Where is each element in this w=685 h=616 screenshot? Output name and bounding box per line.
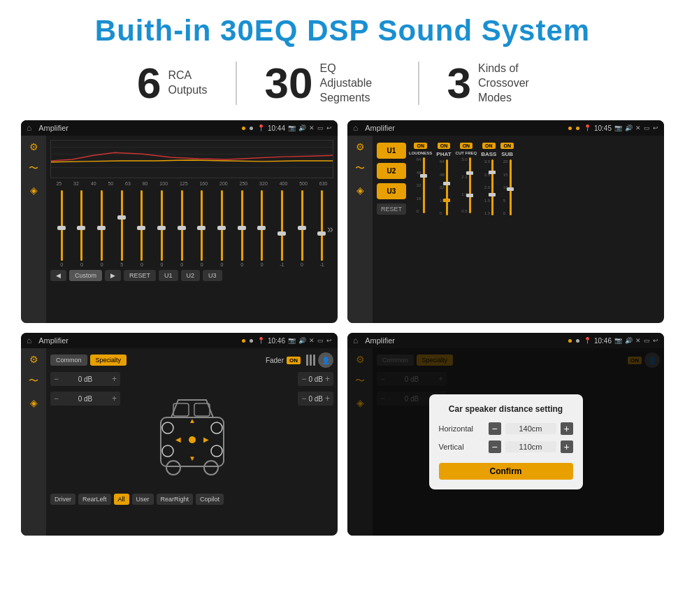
loudness-slider[interactable]: [423, 157, 425, 213]
eq-slider-12[interactable]: -1: [276, 190, 287, 267]
preset-u3-btn[interactable]: U3: [377, 183, 406, 199]
db-minus-1[interactable]: −: [54, 374, 59, 384]
eq-label-320: 320: [259, 181, 268, 186]
fader-wave-icon[interactable]: 〜: [29, 375, 38, 387]
cross-reset-btn[interactable]: RESET: [377, 203, 406, 215]
vertical-minus[interactable]: −: [489, 440, 501, 453]
cutfreq-on[interactable]: ON: [460, 143, 473, 149]
eq-u2-btn[interactable]: U2: [181, 270, 201, 281]
db-plus-4[interactable]: +: [325, 394, 330, 403]
eq-speaker-icon[interactable]: ◈: [30, 185, 38, 196]
vertical-plus[interactable]: +: [561, 440, 573, 453]
fader-dot2: [250, 339, 253, 343]
channel-cutfreq: ON CUT FREQ 3.0 2.1 1.3 0.5: [456, 143, 477, 316]
confirm-button[interactable]: Confirm: [439, 463, 573, 480]
db-plus-3[interactable]: +: [325, 374, 330, 384]
dialog-back-icon: ↩: [653, 337, 658, 345]
cutfreq-slider[interactable]: [469, 157, 471, 213]
eq-prev-btn[interactable]: ◀: [50, 270, 66, 281]
fader-speaker-icon[interactable]: ◈: [30, 397, 38, 408]
db-val-3: 0 dB: [308, 375, 323, 383]
copilot-btn[interactable]: Copilot: [196, 494, 224, 505]
bass-on[interactable]: ON: [482, 143, 496, 149]
sub-slider[interactable]: [510, 159, 512, 215]
eq-dot2: [250, 127, 253, 130]
cross-home-icon[interactable]: ⌂: [353, 123, 358, 133]
driver-btn[interactable]: Driver: [50, 494, 75, 505]
eq-slider-9[interactable]: 0: [216, 190, 227, 267]
eq-label-160: 160: [199, 181, 208, 186]
eq-screen: ⌂ Amplifier 📍 10:44 📷 🔊 ✕ ▭ ↩ ⚙ 〜: [21, 120, 338, 323]
fader-home-icon[interactable]: ⌂: [27, 336, 31, 345]
sub-on[interactable]: ON: [500, 143, 514, 149]
phat-on[interactable]: ON: [438, 143, 451, 149]
svg-text:◀: ◀: [175, 436, 181, 443]
crossover-status-bar: ⌂ Amplifier 📍 10:45 📷 🔊 ✕ ▭ ↩: [347, 120, 664, 136]
phat-slider[interactable]: [446, 159, 448, 215]
cross-speaker-icon[interactable]: ◈: [356, 185, 364, 196]
eq-slider-1[interactable]: 0: [56, 190, 67, 267]
fader-main: Common Specialty Fader ON 👤: [46, 348, 338, 536]
db-plus-1[interactable]: +: [112, 374, 117, 384]
crossover-layout: U1 U2 U3 RESET ON LOUDNESS: [377, 140, 660, 319]
svg-text:▲: ▲: [189, 417, 196, 424]
fader-camera-icon: 📷: [288, 337, 296, 345]
eq-slider-11[interactable]: 0: [257, 190, 268, 267]
dialog-time: 10:46: [594, 337, 612, 345]
bass-slider[interactable]: [491, 159, 493, 215]
eq-play-btn[interactable]: ▶: [105, 270, 121, 281]
fader-on-badge[interactable]: ON: [287, 357, 301, 364]
eq-slider-3[interactable]: 0: [96, 190, 108, 267]
horizontal-minus[interactable]: −: [489, 422, 501, 435]
preset-u1-btn[interactable]: U1: [377, 143, 406, 159]
rearright-btn[interactable]: RearRight: [157, 494, 194, 505]
page-wrapper: Buith-in 30EQ DSP Sound System 6 RCAOutp…: [0, 0, 685, 550]
cross-location-icon: 📍: [584, 124, 591, 132]
eq-arrows[interactable]: »: [327, 223, 333, 236]
specialty-btn[interactable]: Specialty: [90, 354, 127, 366]
eq-reset-btn[interactable]: RESET: [124, 270, 156, 281]
eq-status-icons: 📍 10:44 📷 🔊 ✕ ▭ ↩: [257, 124, 332, 132]
db-minus-3[interactable]: −: [301, 374, 306, 384]
eq-wave-icon[interactable]: 〜: [29, 162, 38, 175]
eq-custom-btn[interactable]: Custom: [69, 270, 102, 281]
cross-back-icon: ↩: [653, 124, 658, 132]
rearleft-btn[interactable]: RearLeft: [78, 494, 111, 505]
fader-close-icon: ✕: [309, 337, 315, 345]
crossover-sliders: ON LOUDNESS 64 48 32 16 0: [409, 140, 660, 319]
all-btn[interactable]: All: [114, 494, 129, 505]
eq-slider-13[interactable]: 0: [296, 190, 308, 267]
channel-phat: ON PHAT 64 48 32 16 0: [436, 143, 451, 316]
eq-slider-6[interactable]: 0: [157, 190, 168, 267]
db-minus-4[interactable]: −: [301, 394, 306, 403]
eq-slider-10[interactable]: 0: [236, 190, 247, 267]
eq-slider-5[interactable]: 0: [136, 190, 147, 267]
eq-slider-7[interactable]: 0: [176, 190, 187, 267]
svg-point-11: [211, 422, 222, 434]
user-btn[interactable]: User: [132, 494, 154, 505]
fader-status-bar: ⌂ Amplifier 📍 10:46 📷 🔊 ✕ ▭ ↩: [21, 333, 338, 348]
eq-slider-8[interactable]: 0: [196, 190, 208, 267]
cross-wave-icon[interactable]: 〜: [355, 162, 365, 175]
loudness-on[interactable]: ON: [414, 143, 427, 149]
fader-settings-icon[interactable]: ⚙: [29, 354, 38, 365]
profile-icon[interactable]: 👤: [318, 352, 333, 368]
eq-settings-icon[interactable]: ⚙: [29, 141, 38, 152]
horizontal-label: Horizontal: [439, 424, 484, 433]
home-icon[interactable]: ⌂: [27, 123, 31, 133]
db-minus-2[interactable]: −: [54, 394, 59, 403]
horizontal-plus[interactable]: +: [561, 422, 573, 435]
preset-u2-btn[interactable]: U2: [377, 163, 406, 179]
eq-slider-4[interactable]: 5: [116, 190, 127, 267]
eq-slider-2[interactable]: 0: [76, 190, 87, 267]
common-btn[interactable]: Common: [50, 354, 87, 366]
fader-bar3: [313, 354, 315, 366]
eq-u1-btn[interactable]: U1: [159, 270, 178, 281]
cutfreq-numbers: 3.0 2.1 1.3 0.5: [461, 157, 467, 213]
eq-slider-14[interactable]: -1: [317, 190, 328, 267]
cross-settings-icon[interactable]: ⚙: [356, 141, 365, 152]
dialog-home-icon[interactable]: ⌂: [353, 336, 358, 345]
eq-u3-btn[interactable]: U3: [203, 270, 222, 281]
db-val-2: 0 dB: [61, 395, 110, 403]
db-plus-2[interactable]: +: [112, 394, 117, 403]
